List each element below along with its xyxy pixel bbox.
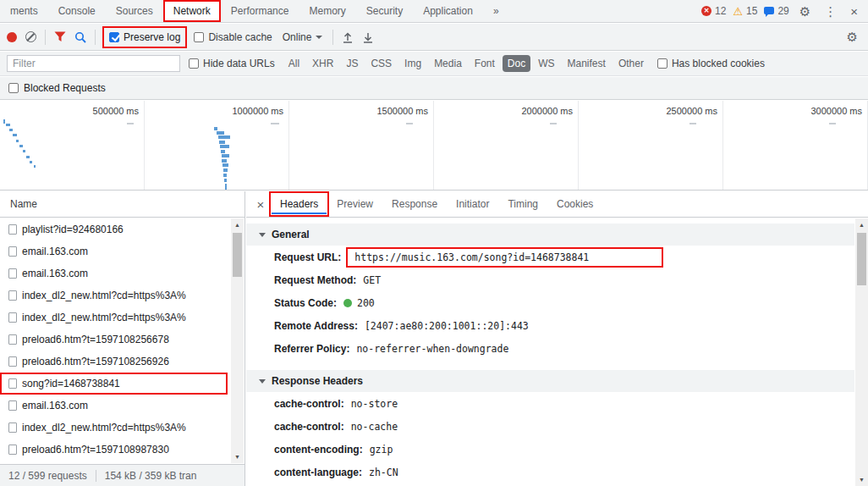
has-blocked-cookies-checkbox[interactable] (657, 58, 667, 69)
devtools-window: ments Console Sources Network Performanc… (0, 0, 868, 486)
header-name: Referrer Policy: (274, 343, 349, 355)
blocked-requests-checkbox[interactable] (8, 83, 19, 93)
request-name: song?id=1468738841 (22, 378, 120, 389)
scrollbar-thumb[interactable] (233, 233, 242, 277)
preserve-log-label: Preserve log (124, 31, 180, 43)
separator (95, 30, 96, 45)
request-row[interactable]: index_dl2_new.html?cd=https%3A% (0, 284, 228, 307)
details-scrollbar[interactable]: ▲ ▼ (855, 218, 868, 486)
throttling-dropdown[interactable]: Online (281, 31, 325, 43)
tab-security[interactable]: Security (356, 0, 413, 22)
tab-application[interactable]: Application (413, 0, 483, 22)
file-icon (8, 445, 17, 455)
issues-badge[interactable]: 29 (764, 5, 788, 17)
details-tab-bar: × Headers Preview Response Initiator Tim… (246, 191, 868, 218)
close-devtools-icon[interactable]: × (847, 5, 861, 18)
tab-timing[interactable]: Timing (499, 194, 547, 214)
pill-xhr[interactable]: XHR (307, 55, 338, 72)
pill-font[interactable]: Font (470, 55, 500, 72)
request-row[interactable]: email.163.com (0, 395, 228, 417)
separator (96, 470, 96, 482)
request-list-scrollbar[interactable]: ▲ ▼ (231, 218, 244, 463)
tab-sources[interactable]: Sources (106, 0, 163, 22)
header-name: Remote Address: (274, 320, 358, 332)
record-button[interactable] (7, 32, 17, 42)
chevron-down-icon (316, 36, 322, 39)
scroll-up-arrow[interactable]: ▲ (855, 218, 868, 231)
request-row[interactable]: preload6.htm?t=1597108256678 (0, 329, 228, 351)
filter-input[interactable] (7, 55, 180, 72)
scroll-down-arrow[interactable]: ▼ (231, 450, 244, 463)
tab-console[interactable]: Console (48, 0, 106, 22)
scroll-down-arrow[interactable]: ▼ (855, 473, 868, 486)
import-har-icon[interactable] (342, 31, 354, 43)
tab-memory[interactable]: Memory (299, 0, 355, 22)
request-row[interactable]: index_dl2_new.html?cd=https%3A% (0, 307, 228, 329)
file-icon (8, 290, 17, 301)
tab-network[interactable]: Network (163, 0, 221, 22)
throttling-value: Online (283, 31, 312, 43)
pill-doc[interactable]: Doc (503, 55, 530, 72)
pill-ws[interactable]: WS (533, 55, 559, 72)
more-tabs-chevron[interactable]: » (483, 0, 509, 22)
tab-response[interactable]: Response (383, 194, 446, 214)
search-icon[interactable] (74, 31, 86, 43)
header-row-request-url: Request URL: https://music.163.com/song?… (246, 246, 854, 268)
pill-media[interactable]: Media (429, 55, 467, 72)
request-rows: playlist?id=924680166 email.163.com emai… (0, 218, 228, 463)
disable-cache-checkbox[interactable] (194, 32, 204, 42)
request-row[interactable]: index_dl2_new.html?cd=https%3A% (0, 417, 228, 439)
header-value: no-store (351, 398, 398, 410)
tab-initiator[interactable]: Initiator (448, 194, 497, 214)
pill-img[interactable]: Img (399, 55, 426, 72)
pill-js[interactable]: JS (341, 55, 363, 72)
kebab-menu-icon[interactable]: ⋮ (821, 5, 840, 18)
tab-headers[interactable]: Headers (272, 194, 327, 214)
preserve-log-checkbox[interactable] (109, 32, 119, 42)
header-value: no-cache (351, 421, 398, 433)
hide-data-urls-checkbox[interactable] (189, 58, 199, 69)
pill-manifest[interactable]: Manifest (563, 55, 611, 72)
tab-elements[interactable]: ments (0, 0, 48, 22)
file-icon (8, 268, 17, 279)
pill-css[interactable]: CSS (365, 55, 397, 72)
section-title: Response Headers (272, 375, 363, 387)
scroll-up-arrow[interactable]: ▲ (231, 218, 244, 231)
disable-cache-control: Disable cache (194, 31, 272, 43)
close-details-icon[interactable]: × (251, 197, 270, 212)
timeline-overview[interactable]: 500000 ms 1000000 ms 1500000 ms 2000000 … (0, 101, 868, 191)
status-ok-icon (343, 299, 352, 307)
response-headers-section-header[interactable]: Response Headers (246, 370, 854, 392)
request-row[interactable]: playlist?id=924680166 (0, 218, 228, 240)
blocked-requests-label: Blocked Requests (24, 82, 106, 94)
warning-icon: ⚠ (733, 6, 743, 17)
pill-other[interactable]: Other (613, 55, 649, 72)
pill-all[interactable]: All (283, 55, 305, 72)
settings-gear-icon[interactable]: ⚙ (796, 5, 814, 18)
request-row-song-selected[interactable]: song?id=1468738841 (0, 373, 228, 395)
header-row-content-language: content-language: zh-CN (246, 461, 854, 483)
warning-badge[interactable]: ⚠ 15 (733, 5, 757, 17)
request-name: email.163.com (22, 268, 88, 279)
tab-preview[interactable]: Preview (328, 194, 382, 214)
tab-cookies[interactable]: Cookies (548, 194, 602, 214)
network-settings-gear-icon[interactable]: ⚙ (843, 30, 861, 43)
request-row[interactable]: preload6.htm?t=1597108256926 (0, 351, 228, 373)
header-row-cache-control-2: cache-control: no-cache (246, 415, 854, 438)
scrollbar-thumb[interactable] (857, 233, 866, 285)
error-badge[interactable]: ✕ 12 (701, 5, 726, 17)
request-row[interactable]: email.163.com (0, 240, 228, 262)
export-har-icon[interactable] (362, 31, 374, 43)
filter-funnel-icon[interactable] (54, 31, 66, 42)
header-value: [2407:ae80:200:1001::20]:443 (365, 320, 529, 332)
tab-performance[interactable]: Performance (221, 0, 299, 22)
header-value: gzip (370, 444, 393, 456)
file-icon (8, 422, 17, 433)
tabbar-right-controls: ✕ 12 ⚠ 15 29 ⚙ ⋮ × (701, 0, 868, 22)
clear-button[interactable] (25, 31, 36, 42)
request-row[interactable]: email.163.com (0, 262, 228, 284)
disable-cache-label: Disable cache (208, 31, 272, 43)
name-column-header[interactable]: Name (0, 191, 244, 218)
request-row[interactable]: preload6.htm?t=1597108987830 (0, 439, 228, 461)
general-section-header[interactable]: General (246, 224, 854, 246)
